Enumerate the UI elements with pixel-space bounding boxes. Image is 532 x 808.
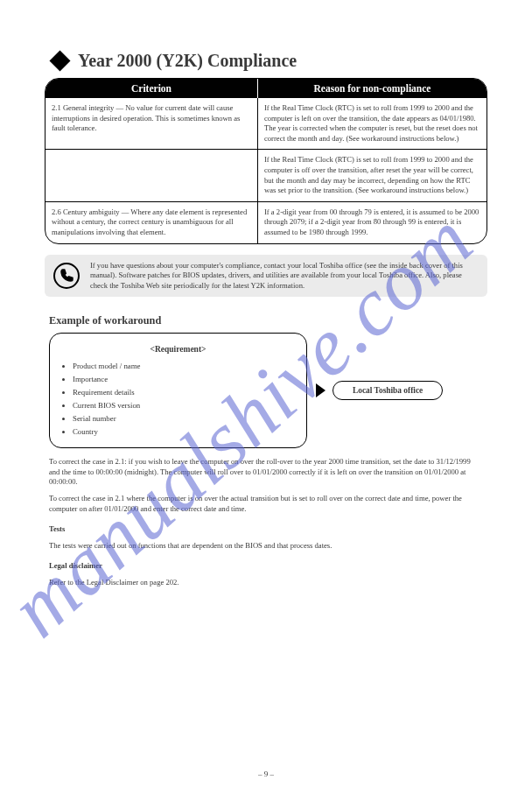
table-row: If the Real Time Clock (RTC) is set to r… [46, 149, 486, 200]
phone-icon [53, 263, 80, 289]
office-oval: Local Toshiba office [332, 381, 443, 400]
cell-reason: If a 2-digit year from 00 through 79 is … [258, 202, 486, 243]
paragraph: The tests were carried out on functions … [49, 541, 483, 552]
example-title: Example of workaround [49, 314, 532, 327]
table-header-row: Criterion Reason for non-compliance [46, 79, 486, 98]
diamond-icon [49, 50, 70, 71]
body-paragraphs: To correct the case in 2.1: if you wish … [49, 457, 483, 587]
example-diagram: <Requirement> Product model / name Impor… [49, 333, 483, 448]
help-text: If you have questions about your compute… [90, 261, 479, 292]
page-number: – 9 – [0, 769, 532, 778]
cell-reason: If the Real Time Clock (RTC) is set to r… [258, 150, 486, 200]
paragraph: To correct the case in 2.1 where the com… [49, 494, 483, 514]
paragraph: To correct the case in 2.1: if you wish … [49, 457, 483, 488]
legal-heading: Legal disclaimer [49, 561, 483, 572]
requirement-caption: <Requirement> [60, 342, 296, 356]
section-header: Year 2000 (Y2K) Compliance [0, 0, 532, 71]
th-criterion: Criterion [46, 79, 258, 98]
th-reason: Reason for non-compliance [258, 79, 486, 98]
arrow-right-icon [316, 383, 326, 397]
list-item: Product model / name [73, 360, 296, 373]
table-row: 2.1 General integrity — No value for cur… [46, 98, 486, 149]
compliance-table: Criterion Reason for non-compliance 2.1 … [45, 78, 487, 244]
section-title: Year 2000 (Y2K) Compliance [78, 51, 297, 71]
requirement-box: <Requirement> Product model / name Impor… [49, 333, 307, 448]
tests-heading: Tests [49, 524, 483, 535]
cell-criterion: 2.1 General integrity — No value for cur… [46, 98, 258, 149]
cell-criterion [46, 150, 258, 200]
list-item: Serial number [73, 412, 296, 425]
list-item: Country [73, 425, 296, 439]
table-row: 2.6 Century ambiguity — Where any date e… [46, 201, 486, 243]
list-item: Current BIOS version [73, 399, 296, 412]
help-callout: If you have questions about your compute… [45, 255, 487, 298]
cell-criterion: 2.6 Century ambiguity — Where any date e… [46, 202, 258, 243]
paragraph: Refer to the Legal Disclaimer on page 20… [49, 578, 483, 588]
list-item: Importance [73, 373, 296, 386]
cell-reason: If the Real Time Clock (RTC) is set to r… [258, 98, 486, 149]
list-item: Requirement details [73, 386, 296, 399]
